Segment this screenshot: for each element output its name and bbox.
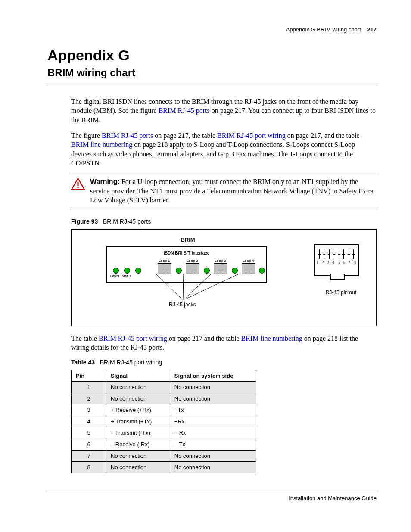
paragraph-2: The figure BRIM RJ-45 ports on page 217,… [71, 131, 377, 168]
link-brim-rj45-ports-2[interactable]: BRIM RJ-45 ports [102, 132, 153, 139]
figure-caption: Figure 93 BRIM RJ-45 ports [71, 218, 377, 226]
cell-signal: + Transmit (+Tx) [106, 416, 170, 427]
table-row: 8No connectionNo connection [72, 462, 256, 473]
cell-system: No connection [170, 382, 256, 393]
warning-box: Warning: For a U-loop connection, you mu… [71, 174, 377, 208]
led-loop3 [232, 268, 238, 274]
table-43: Pin Signal Signal on system side 1No con… [71, 370, 256, 473]
header-page-number: 217 [367, 26, 377, 33]
status-label: Status [122, 274, 131, 278]
led-loop4 [259, 268, 265, 274]
cell-signal: No connection [106, 450, 170, 462]
cell-signal: + Receive (+Rx) [106, 404, 170, 416]
title-rule [47, 84, 377, 84]
cell-pin: 5 [72, 427, 106, 439]
led-status [124, 268, 130, 274]
rj45-port-3 [214, 263, 227, 274]
pin-numbers: 1 2 3 4 5 6 7 8 [315, 260, 358, 266]
svg-rect-2 [77, 187, 78, 188]
appendix-title: Appendix G [47, 46, 377, 65]
table-row: 4+ Transmit (+Tx)+Rx [72, 416, 256, 427]
led-extra [135, 268, 141, 274]
cell-pin: 8 [72, 462, 106, 473]
brim-title: BRIM [106, 236, 270, 244]
table-caption: Table 43 BRIM RJ-45 port wiring [71, 358, 377, 367]
th-signal: Signal [106, 370, 170, 382]
cell-signal: – Transmit (-Tx) [106, 427, 170, 439]
paragraph-3: The table BRIM RJ-45 port wiring on page… [71, 334, 377, 352]
rj45-jacks-label: RJ-45 jacks [169, 301, 196, 308]
cell-system: +Tx [170, 404, 256, 416]
led-loop1 [176, 268, 182, 274]
power-label: Power [110, 274, 119, 278]
paragraph-1: The digital BRI ISDN lines connects to t… [71, 97, 377, 125]
cell-system: No connection [170, 450, 256, 462]
svg-rect-1 [77, 182, 78, 186]
led-power [113, 268, 119, 274]
table-row: 2No connectionNo connection [72, 393, 256, 404]
cell-pin: 7 [72, 450, 106, 462]
cell-signal: No connection [106, 393, 170, 404]
cell-pin: 4 [72, 416, 106, 427]
running-header: Appendix G BRIM wiring chart 217 [47, 26, 377, 34]
table-row: 3+ Receive (+Rx)+Tx [72, 404, 256, 416]
link-brim-rj45-ports[interactable]: BRIM RJ-45 ports [159, 107, 210, 114]
figure-93: BRIM ISDN BRI S/T Interface Loop 1 Loop … [71, 229, 377, 326]
cell-pin: 6 [72, 439, 106, 451]
link-brim-line-numbering-2[interactable]: BRIM line numbering [241, 335, 302, 342]
rj45-pinout-diagram: 1 2 3 4 5 6 7 8 [314, 244, 359, 276]
isdn-label: ISDN BRI S/T Interface [107, 250, 266, 256]
appendix-subtitle: BRIM wiring chart [47, 66, 377, 80]
th-system: Signal on system side [170, 370, 256, 382]
cell-system: No connection [170, 393, 256, 404]
rj45-pinout-label: RJ-45 pin out [326, 289, 356, 296]
cell-signal: No connection [106, 462, 170, 473]
cell-system: – Rx [170, 427, 256, 439]
th-pin: Pin [72, 370, 106, 382]
table-row: 1No connectionNo connection [72, 382, 256, 393]
brim-panel: ISDN BRI S/T Interface Loop 1 Loop 2 Loo… [106, 246, 267, 283]
warning-label: Warning: [90, 178, 120, 185]
header-breadcrumb: Appendix G BRIM wiring chart [286, 26, 361, 33]
cell-pin: 1 [72, 382, 106, 393]
page-footer: Installation and Maintenance Guide [47, 491, 377, 502]
link-brim-rj45-port-wiring[interactable]: BRIM RJ-45 port wiring [217, 132, 286, 139]
cell-system: – Tx [170, 439, 256, 451]
led-loop2 [204, 268, 210, 274]
cell-pin: 2 [72, 393, 106, 404]
cell-signal: No connection [106, 382, 170, 393]
cell-pin: 3 [72, 404, 106, 416]
rj45-port-1 [158, 263, 171, 274]
table-row: 6– Receive (-Rx)– Tx [72, 439, 256, 451]
cell-system: +Rx [170, 416, 256, 427]
rj45-port-4 [242, 263, 255, 274]
link-brim-line-numbering[interactable]: BRIM line numbering [71, 141, 132, 148]
table-row: 7No connectionNo connection [72, 450, 256, 462]
warning-icon [71, 177, 86, 205]
table-row: 5– Transmit (-Tx)– Rx [72, 427, 256, 439]
cell-signal: – Receive (-Rx) [106, 439, 170, 451]
link-brim-rj45-port-wiring-2[interactable]: BRIM RJ-45 port wiring [99, 335, 167, 342]
warning-text: Warning: For a U-loop connection, you mu… [86, 177, 377, 205]
rj45-port-2 [186, 263, 199, 274]
cell-system: No connection [170, 462, 256, 473]
